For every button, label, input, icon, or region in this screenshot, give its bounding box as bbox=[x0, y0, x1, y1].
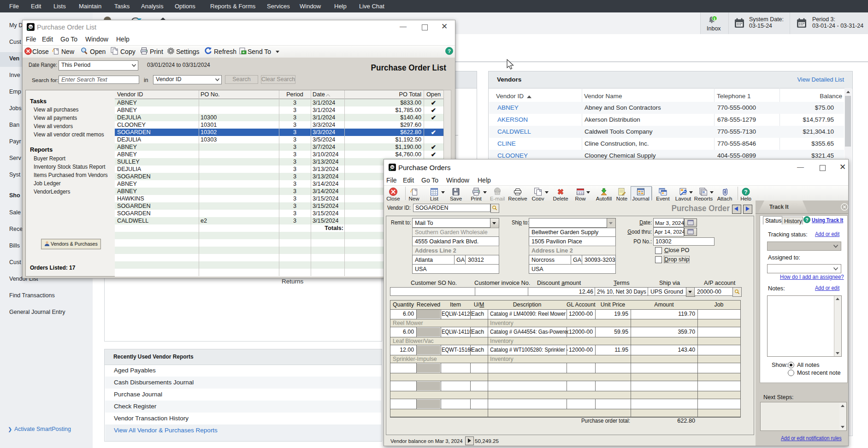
svg-text:50: 50 bbox=[391, 166, 394, 169]
svg-text:?: ? bbox=[805, 217, 808, 223]
svg-text:?: ? bbox=[744, 189, 747, 195]
svg-text:?: ? bbox=[448, 48, 451, 54]
svg-text:50: 50 bbox=[29, 26, 32, 29]
svg-text:1: 1 bbox=[713, 16, 716, 21]
